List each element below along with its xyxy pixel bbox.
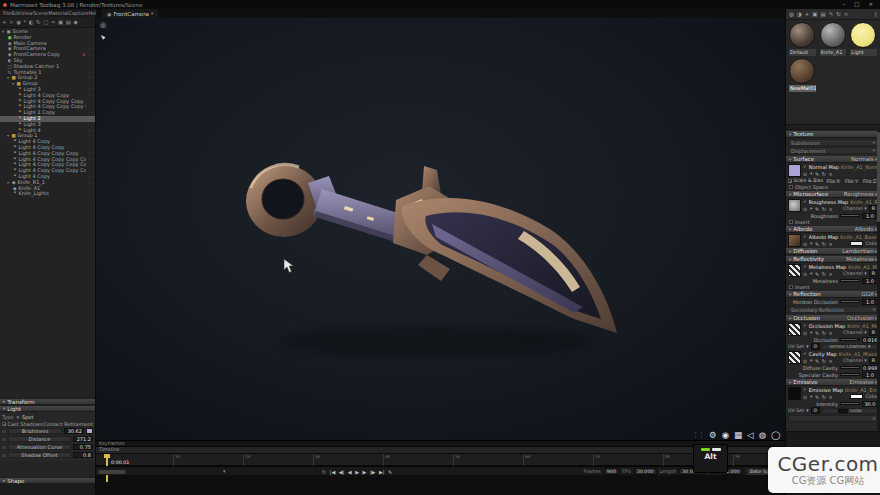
section-mode-dropdown[interactable]: Metalness▾ bbox=[846, 256, 877, 262]
section-mode-dropdown[interactable]: Emissive▾ bbox=[849, 379, 877, 385]
close-button[interactable]: × bbox=[868, 0, 873, 9]
edit-icon[interactable]: ✎ bbox=[815, 394, 819, 400]
edit-icon[interactable]: ✎ bbox=[815, 241, 819, 247]
reload-icon[interactable]: ↻ bbox=[822, 241, 826, 247]
dropdown-row[interactable]: Displacement▾ bbox=[788, 147, 878, 154]
section-mode-dropdown[interactable]: Occlusion▾ bbox=[847, 315, 877, 321]
color-swatch[interactable] bbox=[86, 428, 93, 435]
link-icon[interactable]: ⊙ bbox=[803, 241, 807, 247]
dropdown-row[interactable]: ▾ bbox=[788, 415, 878, 422]
add-light-icon[interactable]: * bbox=[24, 17, 27, 28]
slider-nub[interactable] bbox=[2, 446, 6, 449]
texture-thumbnail[interactable] bbox=[788, 351, 801, 364]
light-type-row[interactable]: Type ▾ Spot bbox=[2, 413, 93, 420]
next-keyframe-button[interactable]: |▶ bbox=[370, 469, 376, 475]
checkbox-checked-icon[interactable]: ✓ bbox=[803, 164, 807, 171]
audio-icon[interactable]: ◁ bbox=[747, 430, 754, 440]
go-to-end-button[interactable]: ▶| bbox=[379, 469, 385, 475]
edit-icon[interactable]: ✎ bbox=[815, 330, 819, 336]
folder-icon[interactable]: ▣ bbox=[812, 11, 817, 17]
slider-value[interactable]: 1.0 bbox=[862, 372, 878, 378]
link-icon[interactable]: ⊙ bbox=[803, 330, 807, 336]
drag-grip-icon[interactable]: ⋮⋮ bbox=[692, 431, 704, 439]
reload-icon[interactable]: ↻ bbox=[822, 358, 826, 364]
go-to-start-button[interactable]: |◀ bbox=[330, 469, 336, 475]
slider-value[interactable]: 0.916 bbox=[862, 337, 878, 343]
reload-icon[interactable]: ↻ bbox=[822, 271, 826, 277]
uv-set-selector[interactable]: UV Set▾0 bbox=[788, 343, 820, 350]
checkbox-checked-icon[interactable]: ✓ bbox=[803, 234, 807, 241]
prev-keyframe-button[interactable]: ◀| bbox=[339, 469, 345, 475]
menu-item-view[interactable]: View bbox=[21, 9, 33, 17]
checkbox-checked-icon[interactable]: ✓ bbox=[803, 351, 807, 358]
locate-icon[interactable]: ⌖ bbox=[810, 170, 813, 177]
refresh-icon[interactable]: ↻ bbox=[836, 11, 841, 17]
section-header-diffusion[interactable]: ▾DiffusionLambertian▾ bbox=[786, 247, 880, 255]
property-label-button[interactable]: Brightness bbox=[8, 428, 62, 435]
clear-icon[interactable]: × bbox=[828, 394, 832, 400]
transform-section-header[interactable]: ▸ Transform bbox=[0, 398, 95, 405]
camera-settings-icon[interactable]: ◉ bbox=[722, 430, 729, 440]
texture-thumbnail[interactable] bbox=[788, 323, 801, 336]
light-section-header[interactable]: ▾ Light bbox=[0, 405, 95, 412]
slider-value[interactable]: 1.0 bbox=[862, 278, 878, 284]
material-slot[interactable]: Default bbox=[789, 22, 816, 56]
locate-icon[interactable]: ⌖ bbox=[810, 240, 813, 247]
section-header-occlusion[interactable]: ▾OcclusionOcclusion▾ bbox=[786, 314, 880, 322]
section-mode-dropdown[interactable]: Albedo▾ bbox=[855, 226, 877, 232]
texture-thumbnail[interactable] bbox=[788, 164, 801, 177]
texture-thumbnail[interactable] bbox=[788, 264, 801, 277]
gizmo-pivot-icon[interactable]: ◎ bbox=[100, 21, 106, 29]
section-header-albedo[interactable]: ▾AlbedoAlbedo▾ bbox=[786, 225, 880, 233]
resize-grip-icon[interactable]: ∥ bbox=[874, 11, 877, 17]
slider-nub[interactable] bbox=[2, 454, 6, 457]
texture-thumbnail[interactable] bbox=[788, 199, 801, 212]
new-material-icon[interactable]: ◍ bbox=[789, 11, 794, 17]
edit-icon[interactable]: ✎ bbox=[829, 11, 834, 17]
slider-value[interactable]: 0.998 bbox=[862, 365, 878, 371]
clear-icon[interactable]: × bbox=[828, 171, 832, 177]
section-mode-dropdown[interactable]: Normals▾ bbox=[851, 156, 877, 162]
section-mode-dropdown[interactable]: GGX▾ bbox=[861, 291, 877, 297]
property-value-field[interactable]: 271.2 bbox=[73, 436, 93, 443]
clear-icon[interactable]: × bbox=[828, 330, 832, 336]
environment-icon[interactable]: ◯ bbox=[771, 430, 781, 440]
checkbox-checked-icon[interactable]: ✓ bbox=[803, 199, 807, 206]
texture-thumbnail[interactable] bbox=[788, 234, 801, 247]
link-icon[interactable]: ⊙ bbox=[803, 271, 807, 277]
mesh-icon[interactable]: ◆ bbox=[73, 17, 77, 28]
menu-item-capture[interactable]: Capture bbox=[69, 9, 89, 17]
checkbox-checked-icon[interactable]: ✓ bbox=[803, 264, 807, 271]
timeline-scroll-handle[interactable] bbox=[98, 470, 126, 474]
link-icon[interactable]: ⊙ bbox=[803, 206, 807, 212]
channel-selector[interactable]: Channel ▾R bbox=[843, 357, 878, 364]
step-forward-button[interactable]: ▶ bbox=[362, 469, 366, 475]
play-button[interactable]: ▶ bbox=[355, 469, 359, 475]
fog-icon[interactable]: ≈ bbox=[51, 17, 56, 28]
section-mode-dropdown[interactable]: Lambertian▾ bbox=[842, 248, 877, 254]
slider-track[interactable] bbox=[840, 338, 860, 341]
property-value-field[interactable]: 30.62 bbox=[64, 428, 84, 435]
menu-item-material[interactable]: Material bbox=[48, 9, 68, 17]
dropdown-row[interactable]: Subdivision▾ bbox=[788, 139, 878, 146]
minimize-button[interactable]: – bbox=[842, 0, 845, 9]
button-flip-x[interactable]: Flip X bbox=[825, 178, 842, 184]
viewport-3d[interactable]: ◎ ◄ ⋮⋮⚙◉▦◁◍◯ bbox=[96, 18, 785, 440]
shape-section-header[interactable]: ▸ Shape bbox=[0, 477, 95, 484]
property-label-button[interactable]: Distance bbox=[8, 436, 71, 443]
slider-track[interactable] bbox=[840, 300, 860, 303]
settings-gear-icon[interactable]: ⚙ bbox=[709, 430, 717, 440]
tab-front-camera[interactable]: ◉ FrontCamera ▾ bbox=[102, 9, 158, 18]
shadow-catcher-icon[interactable]: □ bbox=[43, 17, 48, 28]
reload-icon[interactable]: ↻ bbox=[822, 394, 826, 400]
edit-icon[interactable]: ✎ bbox=[815, 358, 819, 364]
turntable-icon[interactable]: ↻ bbox=[36, 17, 41, 28]
menu-item-file[interactable]: File bbox=[3, 9, 11, 17]
channel-selector[interactable]: Channel ▾R bbox=[843, 329, 878, 336]
clear-icon[interactable]: × bbox=[828, 241, 832, 247]
section-mode-dropdown[interactable]: Roughness▾ bbox=[844, 191, 877, 197]
link-icon[interactable]: ⊙ bbox=[803, 394, 807, 400]
locate-icon[interactable]: ⌖ bbox=[810, 329, 813, 336]
secondary-dropdown[interactable]: Glow bbox=[822, 408, 878, 414]
property-value-field[interactable]: 0.8 bbox=[73, 452, 93, 459]
